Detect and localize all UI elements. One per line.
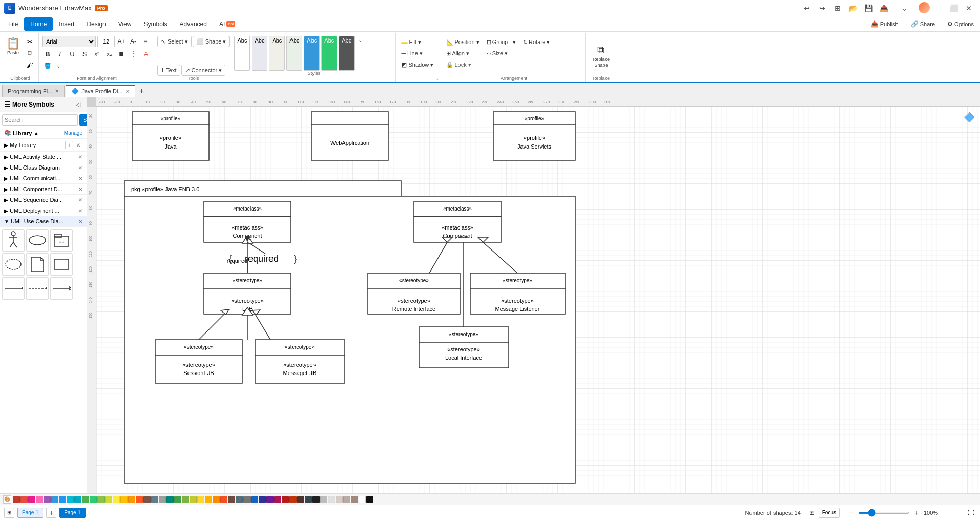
subscript-btn[interactable]: x₂	[103, 48, 115, 59]
color-dot-7[interactable]	[59, 496, 66, 503]
my-library-close-btn[interactable]: ✕	[74, 141, 82, 149]
copy-btn[interactable]: ⧉	[23, 48, 36, 59]
color-dot-20[interactable]	[159, 496, 166, 503]
color-dot-gray2[interactable]	[328, 496, 335, 503]
style-abc-4[interactable]: Abc	[286, 36, 302, 71]
format-painter-btn[interactable]: 🖌	[23, 59, 36, 71]
user-avatar[interactable]	[919, 2, 930, 13]
menu-item-insert[interactable]: Insert	[53, 17, 80, 31]
color-dot-34[interactable]	[266, 496, 274, 503]
line-btn[interactable]: ─ Line ▾	[398, 48, 440, 58]
tab-java-profile[interactable]: 🔷 Java Profile Di... ✕	[66, 85, 135, 97]
layers-btn[interactable]: ⊞	[807, 508, 817, 518]
color-dot-32[interactable]	[251, 496, 258, 503]
sidebar-collapse-btn[interactable]: ◁	[73, 100, 82, 109]
color-dot-14[interactable]	[113, 496, 120, 503]
focus-btn[interactable]: Focus	[819, 508, 840, 518]
add-page-btn[interactable]: +	[46, 508, 56, 518]
superscript-btn[interactable]: x²	[91, 48, 102, 59]
menu-item-ai[interactable]: AI hot	[213, 17, 241, 31]
menu-item-design[interactable]: Design	[80, 17, 112, 31]
sidebar-item-uml-sequence[interactable]: ▶ UML Sequence Dia... ✕	[0, 195, 87, 205]
paste-btn[interactable]: 📋 Paste	[4, 36, 22, 65]
color-dot-10[interactable]	[82, 496, 89, 503]
color-dot-15[interactable]	[120, 496, 128, 503]
redo-btn[interactable]: ↪	[815, 2, 829, 14]
tab-programming-close[interactable]: ✕	[55, 88, 59, 94]
menu-item-home[interactable]: Home	[24, 17, 53, 31]
menu-item-file[interactable]: File	[2, 17, 24, 31]
fit-page-btn[interactable]: ⛶	[949, 508, 960, 518]
style-abc-5[interactable]: Abc	[304, 36, 320, 71]
color-dot-gray1[interactable]	[320, 496, 327, 503]
color-dot-tan2[interactable]	[343, 496, 350, 503]
close-btn[interactable]: ✕	[962, 2, 976, 14]
color-dot-39[interactable]	[305, 496, 312, 503]
color-dot-12[interactable]	[97, 496, 105, 503]
style-abc-1[interactable]: Abc	[234, 36, 250, 71]
position-btn[interactable]: 📐 Position ▾	[444, 37, 481, 47]
undo-btn[interactable]: ↩	[800, 2, 814, 14]
save-btn[interactable]: 💾	[861, 2, 875, 14]
color-dot-21[interactable]	[166, 496, 174, 503]
shadow-btn[interactable]: ◩ Shadow ▾	[398, 59, 440, 70]
color-dot-16[interactable]	[128, 496, 135, 503]
color-dot-22[interactable]	[174, 496, 181, 503]
library-header[interactable]: 📚 Library ▲ Manage	[0, 128, 87, 139]
color-dot-27[interactable]	[213, 496, 220, 503]
shape-thumb-usecase-ellipse[interactable]	[26, 229, 49, 252]
shape-thumb-actor[interactable]	[2, 229, 25, 252]
color-dot-31[interactable]	[243, 496, 251, 503]
group-btn[interactable]: ⊡ Group - ▾	[485, 37, 518, 47]
size-btn[interactable]: ⇔ Size ▾	[485, 48, 518, 58]
page-grid-btn[interactable]: ⊞	[4, 508, 14, 518]
active-page-indicator[interactable]: Page-1	[59, 508, 85, 518]
color-dot-4[interactable]	[36, 496, 43, 503]
fill-expand-btn[interactable]: ⌄	[398, 76, 440, 81]
color-dot-11[interactable]	[90, 496, 97, 503]
page-tab-1[interactable]: Page-1	[17, 508, 43, 518]
color-dot-9[interactable]	[74, 496, 81, 503]
color-dot-19[interactable]	[151, 496, 158, 503]
options-btn[interactable]: ⚙ Options	[943, 18, 978, 30]
my-library-add-btn[interactable]: +	[65, 141, 73, 149]
color-picker-btn[interactable]: 🎨	[3, 495, 11, 504]
close-uml-deployment[interactable]: ✕	[78, 208, 82, 214]
color-dot-36[interactable]	[282, 496, 289, 503]
font-color-btn[interactable]: A	[140, 48, 152, 59]
menu-item-symbols[interactable]: Symbols	[138, 17, 174, 31]
color-dot-23[interactable]	[182, 496, 189, 503]
shape-thumb-boundary[interactable]	[2, 253, 25, 276]
color-dot-37[interactable]	[289, 496, 297, 503]
strikethrough-btn[interactable]: S	[79, 48, 90, 59]
styles-expand-btn[interactable]: ⌄	[356, 36, 364, 44]
color-dot-30[interactable]	[236, 496, 243, 503]
style-abc-3[interactable]: Abc	[269, 36, 285, 71]
canvas-white[interactable]: «profile» «profile» Java WebApplication …	[96, 107, 980, 493]
list2-btn[interactable]: ⋮	[128, 48, 139, 59]
color-dot-5[interactable]	[44, 496, 51, 503]
sidebar-search-input[interactable]	[2, 114, 78, 126]
color-dot-white[interactable]	[359, 496, 366, 503]
align-btn[interactable]: ≡	[140, 36, 151, 47]
sidebar-search-btn[interactable]: Search	[79, 114, 87, 126]
underline-btn[interactable]: U	[67, 48, 78, 59]
sidebar-item-uml-activity[interactable]: ▶ UML Activity State ... ✕	[0, 152, 87, 162]
color-dot-tan1[interactable]	[336, 496, 343, 503]
publish-btn[interactable]: 📤 Publish	[867, 18, 903, 30]
style-abc-7[interactable]: Abc	[339, 36, 355, 71]
color-dot-black[interactable]	[366, 496, 373, 503]
align-arrangement-btn[interactable]: ⊞ Align ▾	[444, 48, 481, 58]
close-uml-comm[interactable]: ✕	[78, 176, 82, 181]
add-tab-btn[interactable]: +	[136, 86, 148, 97]
color-dot-2[interactable]	[20, 496, 28, 503]
my-library-item[interactable]: ▶ My Library + ✕	[0, 139, 87, 152]
open-btn[interactable]: 📂	[846, 2, 860, 14]
font-family-select[interactable]: Arial	[42, 36, 96, 47]
bold-btn[interactable]: B	[42, 48, 53, 59]
fill-btn[interactable]: ▬ Fill ▾	[398, 37, 440, 47]
lock-btn[interactable]: 🔒 Lock ▾	[444, 59, 481, 70]
color-dot-26[interactable]	[205, 496, 212, 503]
shape-thumb-line1[interactable]	[2, 277, 25, 300]
menu-item-advanced[interactable]: Advanced	[174, 17, 213, 31]
